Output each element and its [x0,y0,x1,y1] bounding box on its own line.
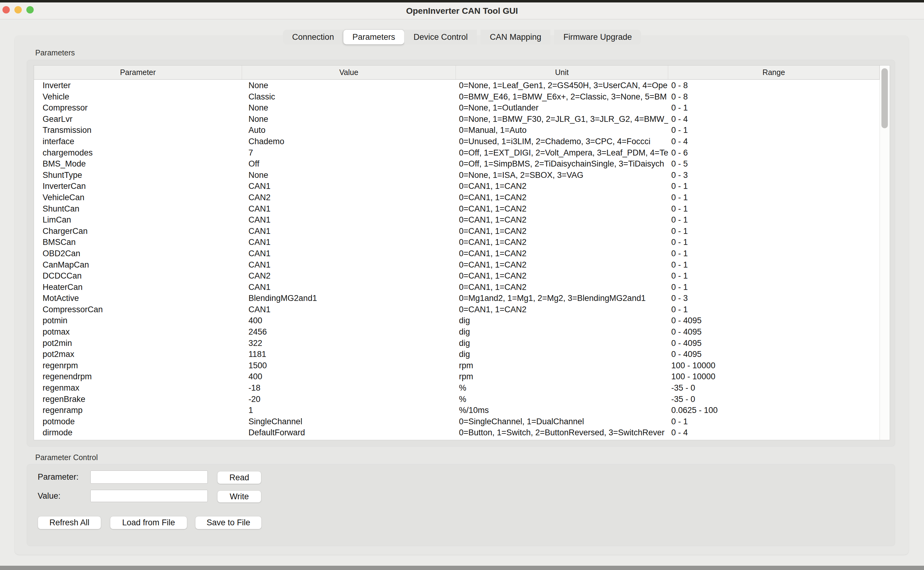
column-header-unit[interactable]: Unit [456,66,668,79]
cell-unit[interactable]: 0=CAN1, 1=CAN2 [456,203,668,215]
cell-unit[interactable]: rpm [456,360,668,371]
cell-range[interactable]: 0 - 1 [668,124,879,136]
cell-value[interactable]: CAN1 [242,259,456,271]
cell-value[interactable]: CAN1 [242,225,456,237]
cell-value[interactable]: CAN1 [242,203,456,215]
cell-unit[interactable]: 0=None, 1=Outlander [456,102,668,113]
cell-unit[interactable]: 0=Off, 1=SimpBMS, 2=TiDaisychainSingle, … [456,158,668,170]
cell-unit[interactable]: 0=None, 1=BMW_F30, 2=JLR_G1, 3=JLR_G2, 4… [456,113,668,125]
cell-parameter[interactable]: MotActive [34,293,242,304]
table-row[interactable]: Off0=Off, 1=On0 - 1 [34,438,879,440]
table-row[interactable]: VehicleCanCAN20=CAN1, 1=CAN20 - 1 [34,192,879,203]
cell-value[interactable]: CAN1 [242,248,456,259]
tab-device-control[interactable]: Device Control [404,30,477,44]
cell-range[interactable]: 0 - 1 [668,225,879,237]
cell-range[interactable]: 0 - 8 [668,91,879,103]
cell-value[interactable]: CAN1 [242,214,456,225]
cell-unit[interactable]: % [456,394,668,405]
cell-range[interactable]: 0 - 3 [668,170,879,181]
tab-connection[interactable]: Connection [283,30,343,44]
cell-parameter[interactable]: interface [34,136,242,147]
cell-value[interactable]: -20 [242,394,456,405]
cell-value[interactable]: -18 [242,382,456,394]
tab-parameters[interactable]: Parameters [343,30,404,44]
cell-unit[interactable]: 0=Off, 1=On [456,438,668,440]
table-row[interactable]: CompressorCanCAN10=CAN1, 1=CAN20 - 1 [34,304,879,315]
cell-unit[interactable]: 0=CAN1, 1=CAN2 [456,270,668,282]
cell-value[interactable]: None [242,113,456,125]
table-row[interactable]: DCDCCanCAN20=CAN1, 1=CAN20 - 1 [34,270,879,282]
refresh-all-button[interactable]: Refresh All [38,516,101,529]
cell-unit[interactable]: 0=CAN1, 1=CAN2 [456,214,668,225]
cell-parameter[interactable]: LimCan [34,214,242,225]
cell-value[interactable]: 7 [242,147,456,159]
cell-unit[interactable]: 0=CAN1, 1=CAN2 [456,225,668,237]
cell-parameter[interactable]: regenendrpm [34,371,242,382]
cell-parameter[interactable]: potmax [34,326,242,338]
cell-parameter[interactable]: pot2min [34,338,242,349]
cell-range[interactable]: 0 - 4095 [668,315,879,326]
cell-value[interactable]: 1500 [242,360,456,371]
cell-value[interactable]: None [242,102,456,113]
cell-value[interactable]: Off [242,158,456,170]
table-row[interactable]: ChargerCanCAN10=CAN1, 1=CAN20 - 1 [34,225,879,237]
cell-range[interactable]: 0 - 5 [668,158,879,170]
cell-range[interactable]: 0 - 6 [668,147,879,159]
cell-value[interactable]: CAN2 [242,270,456,282]
cell-value[interactable]: DefaultForward [242,427,456,438]
cell-parameter[interactable]: ChargerCan [34,225,242,237]
cell-value[interactable]: 400 [242,315,456,326]
table-row[interactable]: chargemodes70=Off, 1=EXT_DIGI, 2=Volt_Am… [34,147,879,159]
cell-unit[interactable]: 0=CAN1, 1=CAN2 [456,282,668,293]
column-header-range[interactable]: Range [668,66,879,79]
cell-parameter[interactable]: potmin [34,315,242,326]
cell-range[interactable]: 0 - 4 [668,113,879,125]
cell-range[interactable]: 0 - 1 [668,248,879,259]
cell-range[interactable]: 100 - 10000 [668,371,879,382]
cell-parameter[interactable]: pot2max [34,349,242,360]
cell-value[interactable]: 1 [242,405,456,416]
cell-value[interactable]: Classic [242,91,456,103]
tab-firmware-upgrade[interactable]: Firmware Upgrade [554,30,641,44]
table-row[interactable]: regenmax-18%-35 - 0 [34,382,879,394]
save-to-file-button[interactable]: Save to File [195,516,261,529]
cell-range[interactable]: 0 - 1 [668,270,879,282]
cell-range[interactable]: 0 - 4095 [668,326,879,338]
table-row[interactable]: MotActiveBlendingMG2and10=Mg1and2, 1=Mg1… [34,293,879,304]
cell-range[interactable]: 0.0625 - 100 [668,405,879,416]
cell-value[interactable]: None [242,170,456,181]
table-row[interactable]: BMSCanCAN10=CAN1, 1=CAN20 - 1 [34,237,879,248]
cell-value[interactable]: SingleChannel [242,416,456,428]
cell-parameter[interactable]: regenmax [34,382,242,394]
cell-parameter[interactable]: regenrpm [34,360,242,371]
cell-parameter[interactable]: VehicleCan [34,192,242,203]
table-row[interactable]: regenBrake-20%-35 - 0 [34,394,879,405]
cell-range[interactable]: 0 - 4095 [668,349,879,360]
cell-parameter[interactable]: Vehicle [34,91,242,103]
cell-parameter[interactable]: chargemodes [34,147,242,159]
cell-unit[interactable]: 0=Button, 1=Switch, 2=ButtonReversed, 3=… [456,427,668,438]
cell-parameter[interactable]: dirmode [34,427,242,438]
cell-parameter[interactable]: BMSCan [34,237,242,248]
cell-parameter[interactable]: regenBrake [34,394,242,405]
table-row[interactable]: InverterNone0=None, 1=Leaf_Gen1, 2=GS450… [34,80,879,91]
value-input[interactable] [91,490,208,502]
cell-unit[interactable]: 0=Unused, 1=i3LIM, 2=Chademo, 3=CPC, 4=F… [456,136,668,147]
table-row[interactable]: dirmodeDefaultForward0=Button, 1=Switch,… [34,427,879,438]
cell-range[interactable]: 0 - 3 [668,293,879,304]
cell-parameter[interactable]: regenramp [34,405,242,416]
cell-value[interactable]: 1181 [242,349,456,360]
cell-value[interactable]: 2456 [242,326,456,338]
table-row[interactable]: HeaterCanCAN10=CAN1, 1=CAN20 - 1 [34,282,879,293]
cell-parameter[interactable] [34,438,242,440]
cell-value[interactable]: CAN1 [242,282,456,293]
cell-parameter[interactable]: ShuntType [34,170,242,181]
load-from-file-button[interactable]: Load from File [110,516,187,529]
table-row[interactable]: GearLvrNone0=None, 1=BMW_F30, 2=JLR_G1, … [34,113,879,125]
cell-range[interactable]: 0 - 1 [668,416,879,428]
table-row[interactable]: pot2min322dig0 - 4095 [34,338,879,349]
cell-value[interactable]: 322 [242,338,456,349]
cell-range[interactable]: 0 - 4095 [668,338,879,349]
cell-unit[interactable]: dig [456,326,668,338]
table-row[interactable]: LimCanCAN10=CAN1, 1=CAN20 - 1 [34,214,879,225]
